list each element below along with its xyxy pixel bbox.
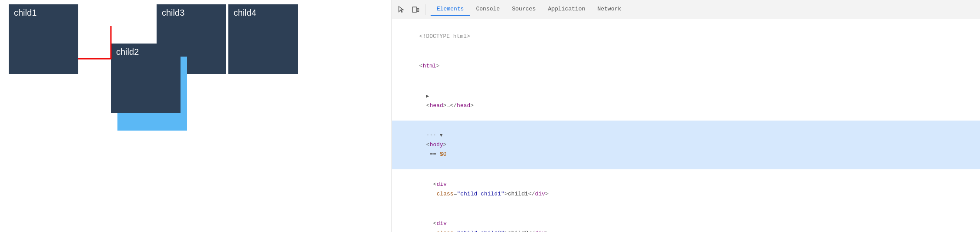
inspect-icon[interactable]: [395, 3, 408, 16]
devtools-content: <!DOCTYPE html> <html> ▶ <head>…</head> …: [392, 19, 980, 232]
head-line: ▶ <head>…</head>: [392, 81, 980, 121]
html-open-line: <html>: [392, 51, 980, 81]
tab-sources[interactable]: Sources: [506, 3, 542, 16]
red-arrow: [76, 24, 120, 63]
svg-rect-3: [417, 8, 419, 12]
body-line[interactable]: ··· ▼ <body> == $0: [392, 121, 980, 169]
child4-label: child4: [234, 8, 256, 17]
svg-rect-2: [412, 7, 417, 12]
devtools-panel: Elements Console Sources Application Net…: [391, 0, 980, 232]
device-icon[interactable]: [409, 3, 421, 16]
doctype-line: <!DOCTYPE html>: [392, 22, 980, 51]
tab-network[interactable]: Network: [591, 3, 627, 16]
devtools-tabs: Elements Console Sources Application Net…: [429, 3, 977, 16]
demo-panel: child1 child3 child4 child2: [0, 0, 391, 232]
tab-console[interactable]: Console: [470, 3, 506, 16]
child2-line[interactable]: <div class="child child2">child2</div>: [392, 209, 980, 232]
child2-dark-box: child2: [111, 44, 181, 113]
tab-application[interactable]: Application: [542, 3, 592, 16]
devtools-toolbar: Elements Console Sources Application Net…: [392, 0, 980, 19]
tab-elements[interactable]: Elements: [431, 3, 470, 16]
toolbar-divider: [425, 4, 425, 15]
child4-box: child4: [228, 4, 298, 74]
child1-box: child1: [9, 4, 78, 74]
child3-label: child3: [162, 8, 184, 17]
child1-label: child1: [14, 8, 37, 17]
child1-line[interactable]: <div class="child child1">child1</div>: [392, 169, 980, 208]
